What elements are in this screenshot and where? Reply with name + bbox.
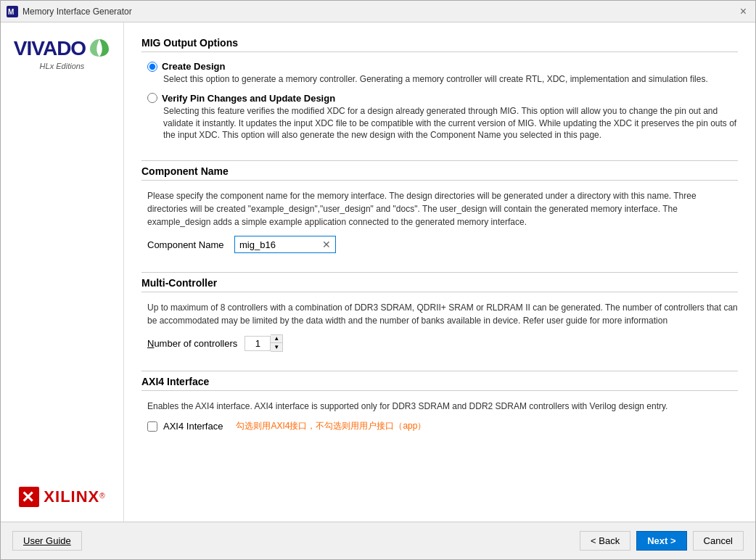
mig-output-body: Create Design Select this option to gene…	[141, 58, 738, 144]
create-design-desc: Select this option to generate a memory …	[163, 73, 738, 86]
verify-pin-item: Verify Pin Changes and Update Design Sel…	[147, 93, 738, 141]
xilinx-registered: ®	[99, 492, 104, 500]
back-button[interactable]: < Back	[580, 531, 630, 551]
multi-controller-section: Multi-Controller Up to maximum of 8 cont…	[141, 277, 738, 355]
component-name-title: Component Name	[141, 165, 738, 181]
component-name-input[interactable]	[239, 239, 316, 250]
divider-1	[141, 160, 738, 161]
multi-controller-title: Multi-Controller	[141, 277, 738, 292]
user-guide-button[interactable]: User Guide	[12, 531, 82, 551]
multi-controller-body: Up to maximum of 8 controllers with a co…	[141, 298, 738, 355]
verify-pin-desc: Selecting this feature verifies the modi…	[163, 105, 738, 141]
vivado-leaf-icon	[89, 38, 110, 59]
xilinx-logo: ✕ XILINX®	[19, 487, 104, 507]
main-window: M Memory Interface Generator × VIVADO HL…	[0, 0, 756, 560]
axi4-annotation: 勾选则用AXI4接口，不勾选则用用户接口（app）	[236, 420, 426, 432]
title-bar-left: M Memory Interface Generator	[7, 6, 132, 17]
controllers-spinner: ▲ ▼	[245, 334, 283, 352]
axi4-title: AXI4 Interface	[141, 376, 738, 391]
window-title: Memory Interface Generator	[22, 7, 132, 17]
vivado-subtitle: HLx Editions	[40, 62, 85, 70]
component-name-input-wrapper: ✕	[234, 236, 336, 253]
controllers-label-underline: N	[147, 338, 154, 349]
sidebar: VIVADO HLx Editions ✕ XILINX®	[1, 22, 124, 522]
spinner-buttons: ▲ ▼	[271, 334, 283, 352]
svg-text:M: M	[8, 8, 14, 16]
xilinx-icon: ✕	[19, 487, 39, 507]
component-name-form: Component Name ✕	[147, 236, 738, 253]
footer-right: < Back Next > Cancel	[580, 531, 744, 551]
verify-pin-row: Verify Pin Changes and Update Design	[147, 93, 738, 104]
next-button[interactable]: Next >	[636, 531, 686, 551]
mig-output-title: MIG Output Options	[141, 37, 738, 52]
xilinx-text-label: XILINX	[44, 487, 99, 506]
divider-2	[141, 272, 738, 273]
mig-output-section: MIG Output Options Create Design Select …	[141, 37, 738, 144]
axi4-checkbox-row: AXI4 Interface 勾选则用AXI4接口，不勾选则用用户接口（app）	[147, 420, 738, 432]
spinner-down-button[interactable]: ▼	[271, 343, 282, 351]
controllers-label: Number of controllers	[147, 338, 237, 349]
axi4-body: Enables the AXI4 interface. AXI4 interfa…	[141, 397, 738, 435]
axi4-desc: Enables the AXI4 interface. AXI4 interfa…	[147, 400, 738, 413]
vivado-text-label: VIVADO	[14, 37, 86, 60]
component-name-body: Please specify the component name for th…	[141, 186, 738, 256]
component-name-clear-button[interactable]: ✕	[322, 239, 331, 250]
axi4-section: AXI4 Interface Enables the AXI4 interfac…	[141, 376, 738, 435]
xilinx-brand: XILINX®	[44, 487, 104, 506]
cancel-button[interactable]: Cancel	[693, 531, 744, 551]
create-design-row: Create Design	[147, 61, 738, 72]
vivado-brand: VIVADO	[14, 37, 110, 60]
footer-left: User Guide	[12, 531, 82, 551]
create-design-label[interactable]: Create Design	[162, 61, 225, 72]
component-name-section: Component Name Please specify the compon…	[141, 165, 738, 256]
spinner-up-button[interactable]: ▲	[271, 335, 282, 343]
divider-3	[141, 371, 738, 371]
footer: User Guide < Back Next > Cancel	[1, 522, 755, 559]
controllers-form: Number of controllers ▲ ▼	[147, 334, 738, 352]
close-button[interactable]: ×	[737, 4, 749, 19]
multi-controller-desc: Up to maximum of 8 controllers with a co…	[147, 301, 738, 327]
create-design-radio[interactable]	[147, 62, 157, 72]
radio-group: Create Design Select this option to gene…	[147, 61, 738, 141]
vivado-logo: VIVADO HLx Editions	[14, 37, 110, 70]
controllers-label-rest: umber of controllers	[154, 338, 237, 349]
component-name-desc: Please specify the component name for th…	[147, 189, 738, 228]
create-design-item: Create Design Select this option to gene…	[147, 61, 738, 86]
component-name-label: Component Name	[147, 239, 227, 250]
axi4-checkbox[interactable]	[147, 421, 157, 432]
svg-text:✕: ✕	[21, 488, 34, 506]
content-area: MIG Output Options Create Design Select …	[124, 22, 755, 522]
controllers-input[interactable]	[245, 336, 271, 351]
verify-pin-label[interactable]: Verify Pin Changes and Update Design	[162, 93, 335, 104]
main-content: VIVADO HLx Editions ✕ XILINX®	[1, 22, 755, 522]
verify-pin-radio[interactable]	[147, 93, 157, 103]
axi4-checkbox-label[interactable]: AXI4 Interface	[163, 421, 223, 432]
title-bar: M Memory Interface Generator ×	[1, 1, 755, 22]
app-icon: M	[7, 6, 18, 17]
